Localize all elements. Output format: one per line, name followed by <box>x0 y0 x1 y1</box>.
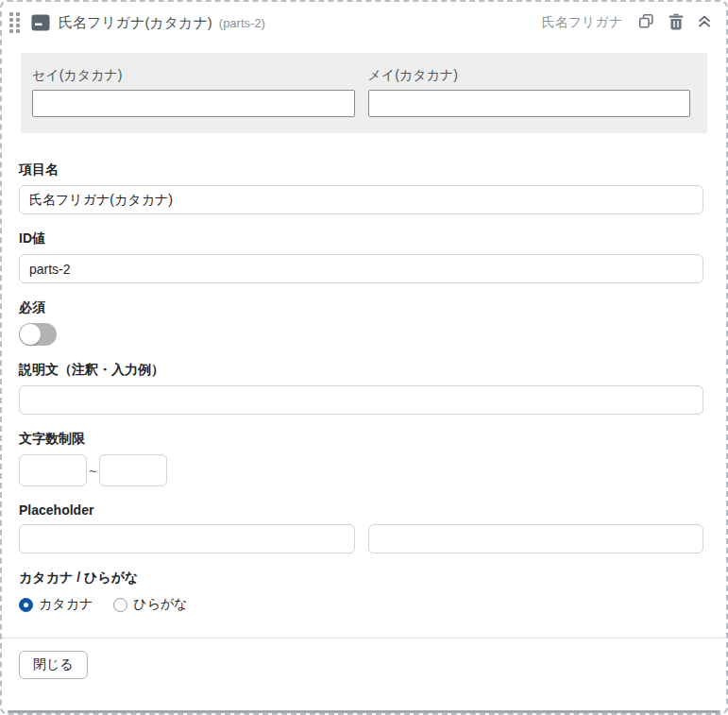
field-preview: セイ(カタカナ) メイ(カタカナ) <box>21 53 707 133</box>
required-toggle[interactable] <box>19 323 57 346</box>
textbox-icon <box>31 13 50 32</box>
radio-icon[interactable] <box>19 598 33 612</box>
description-label: 説明文（注釈・入力例） <box>19 362 703 379</box>
radio-option-label: カタカナ <box>39 596 93 613</box>
drag-handle-icon[interactable] <box>9 12 20 33</box>
item-name-row: 項目名 <box>19 162 703 214</box>
copy-icon <box>638 13 654 32</box>
kana-type-label: カタカナ / ひらがな <box>19 570 703 587</box>
delete-button[interactable] <box>669 13 684 33</box>
card-title: 氏名フリガナ(カタカナ) <box>59 14 212 32</box>
char-limit-separator: ~ <box>89 463 97 479</box>
preview-mei-label: メイ(カタカナ) <box>368 67 691 84</box>
item-name-label: 項目名 <box>19 162 703 179</box>
preview-sei-group: セイ(カタカナ) <box>32 67 355 117</box>
card-header: 氏名フリガナ(カタカナ) (parts-2) 氏名フリガナ <box>2 2 726 43</box>
settings-form: 項目名 ID値 必須 説明文（注釈・入力例） 文字数制限 ~ <box>2 133 726 613</box>
card-id-suffix: (parts-2) <box>219 16 265 30</box>
toggle-knob <box>20 324 41 345</box>
placeholder-label: Placeholder <box>19 502 703 518</box>
trash-icon <box>669 13 684 33</box>
char-limit-row: 文字数制限 ~ <box>19 431 703 486</box>
char-limit-max-input[interactable] <box>99 454 167 486</box>
kana-type-options: カタカナ ひらがな <box>19 596 703 613</box>
copy-button[interactable] <box>638 13 654 32</box>
required-label: 必須 <box>19 299 703 316</box>
radio-option-katakana[interactable]: カタカナ <box>19 596 93 613</box>
radio-icon[interactable] <box>113 598 127 612</box>
drop-indicator-bar <box>8 710 720 713</box>
item-name-input[interactable] <box>19 185 703 214</box>
char-limit-min-input[interactable] <box>19 454 87 486</box>
radio-option-hiragana[interactable]: ひらがな <box>113 596 187 613</box>
preview-mei-group: メイ(カタカナ) <box>368 67 691 117</box>
required-row: 必須 <box>19 299 703 346</box>
preview-sei-label: セイ(カタカナ) <box>32 67 355 84</box>
header-actions: 氏名フリガナ <box>542 13 711 33</box>
chevron-double-up-icon <box>698 14 711 31</box>
collapse-button[interactable] <box>698 14 711 31</box>
field-type-label: 氏名フリガナ <box>542 14 622 31</box>
id-value-row: ID値 <box>19 230 703 283</box>
placeholder-inputs <box>19 524 703 553</box>
close-button[interactable]: 閉じる <box>19 651 88 679</box>
char-limit-inputs: ~ <box>19 454 703 486</box>
radio-option-label: ひらがな <box>133 596 187 613</box>
preview-mei-input[interactable] <box>368 90 691 117</box>
placeholder-second-input[interactable] <box>368 524 704 553</box>
description-input[interactable] <box>19 385 703 415</box>
id-value-input[interactable] <box>19 254 703 283</box>
kana-type-row: カタカナ / ひらがな カタカナ ひらがな <box>19 570 703 613</box>
card-footer: 閉じる <box>2 638 726 691</box>
placeholder-row: Placeholder <box>19 502 703 553</box>
description-row: 説明文（注釈・入力例） <box>19 362 703 415</box>
field-editor-card: 氏名フリガナ(カタカナ) (parts-2) 氏名フリガナ <box>0 0 728 715</box>
char-limit-label: 文字数制限 <box>19 431 703 448</box>
id-value-label: ID値 <box>19 230 703 247</box>
placeholder-first-input[interactable] <box>19 524 355 553</box>
preview-sei-input[interactable] <box>32 90 355 117</box>
